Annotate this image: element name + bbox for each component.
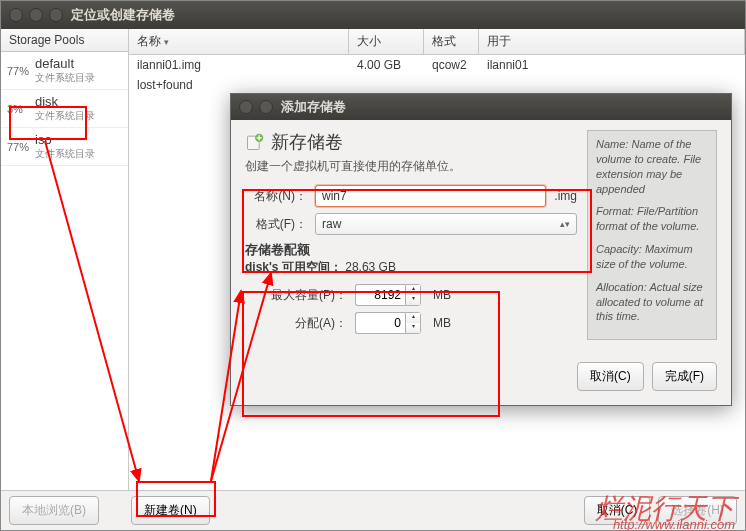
add-volume-dialog: 添加存储卷 新存储卷 创建一个虚拟机可直接使用的存储单位。 名称(N)： .im… [230, 93, 732, 406]
sort-icon: ▾ [164, 37, 169, 47]
pool-pct: 77% [7, 65, 31, 77]
close-window-icon[interactable] [9, 8, 23, 22]
cell-size [349, 75, 424, 95]
main-cancel-button[interactable]: 取消(C) [584, 496, 651, 525]
new-volume-button[interactable]: 新建卷(N) [131, 496, 210, 525]
pool-pct: 3% [7, 103, 31, 115]
dialog-heading: 新存储卷 [271, 130, 343, 154]
pool-name: default [35, 56, 95, 71]
chevron-updown-icon: ▴▾ [560, 219, 570, 229]
pool-list: 77% default 文件系统目录 3% disk 文件系统目录 77% is… [1, 52, 128, 490]
spin-up-icon[interactable]: ▴ [406, 313, 420, 323]
help-capacity: Capacity: Maximum size of the volume. [596, 242, 708, 272]
cell-used: ilanni01 [479, 55, 745, 75]
dialog-window-controls [239, 100, 273, 114]
cell-name: ilanni01.img [129, 55, 349, 75]
pool-item-default[interactable]: 77% default 文件系统目录 [1, 52, 128, 90]
spin-down-icon[interactable]: ▾ [406, 295, 420, 305]
bottom-toolbar: 本地浏览(B) 新建卷(N) 取消(C) 选择卷(H) [1, 490, 745, 530]
dialog-finish-button[interactable]: 完成(F) [652, 362, 717, 391]
pool-name: iso [35, 132, 95, 147]
format-label: 格式(F)： [245, 216, 307, 233]
help-name: Name: Name of the volume to create. File… [596, 137, 708, 196]
pool-item-iso[interactable]: 77% iso 文件系统目录 [1, 128, 128, 166]
table-row[interactable]: lost+found [129, 75, 745, 95]
cell-fmt: qcow2 [424, 55, 479, 75]
pool-sub: 文件系统目录 [35, 147, 95, 161]
th-format[interactable]: 格式 [424, 29, 479, 54]
available-space: disk's 可用空间： 28.63 GB [245, 259, 577, 276]
help-panel: Name: Name of the volume to create. File… [587, 130, 717, 340]
allocation-spinner[interactable]: ▴▾ [355, 312, 421, 334]
allocation-input[interactable] [355, 312, 405, 334]
help-allocation: Allocation: Actual size allocated to vol… [596, 280, 708, 325]
format-value: raw [322, 217, 341, 231]
dialog-form: 新存储卷 创建一个虚拟机可直接使用的存储单位。 名称(N)： .img 格式(F… [245, 130, 577, 340]
dialog-cancel-button[interactable]: 取消(C) [577, 362, 644, 391]
browse-local-button[interactable]: 本地浏览(B) [9, 496, 99, 525]
new-volume-icon [245, 132, 265, 152]
th-name[interactable]: 名称 ▾ [129, 29, 349, 54]
maximize-window-icon[interactable] [49, 8, 63, 22]
cell-name: lost+found [129, 75, 349, 95]
minimize-dialog-icon[interactable] [259, 100, 273, 114]
spin-up-icon[interactable]: ▴ [406, 285, 420, 295]
pool-name: disk [35, 94, 95, 109]
spin-down-icon[interactable]: ▾ [406, 323, 420, 333]
window-controls [9, 8, 63, 22]
dialog-titlebar: 添加存储卷 [231, 94, 731, 120]
dialog-title: 添加存储卷 [281, 98, 346, 116]
dialog-description: 创建一个虚拟机可直接使用的存储单位。 [245, 158, 577, 175]
table-header-row: 名称 ▾ 大小 格式 用于 [129, 29, 745, 55]
pool-sub: 文件系统目录 [35, 71, 95, 85]
quota-heading: 存储卷配额 [245, 241, 577, 259]
max-capacity-label: 最大容量(P)： [257, 287, 347, 304]
allocation-label: 分配(A)： [257, 315, 347, 332]
cell-fmt [424, 75, 479, 95]
close-dialog-icon[interactable] [239, 100, 253, 114]
window-title: 定位或创建存储卷 [71, 6, 175, 24]
table-row[interactable]: ilanni01.img 4.00 GB qcow2 ilanni01 [129, 55, 745, 75]
pool-sub: 文件系统目录 [35, 109, 95, 123]
pool-item-disk[interactable]: 3% disk 文件系统目录 [1, 90, 128, 128]
name-label: 名称(N)： [245, 188, 307, 205]
storage-pools-sidebar: Storage Pools 77% default 文件系统目录 3% disk… [1, 29, 129, 490]
unit-label: MB [433, 316, 451, 330]
max-capacity-input[interactable] [355, 284, 405, 306]
th-used[interactable]: 用于 [479, 29, 745, 54]
th-size[interactable]: 大小 [349, 29, 424, 54]
sidebar-header: Storage Pools [1, 29, 128, 52]
name-input[interactable] [315, 185, 546, 207]
cell-used [479, 75, 745, 95]
unit-label: MB [433, 288, 451, 302]
max-capacity-spinner[interactable]: ▴▾ [355, 284, 421, 306]
cell-size: 4.00 GB [349, 55, 424, 75]
minimize-window-icon[interactable] [29, 8, 43, 22]
main-titlebar: 定位或创建存储卷 [1, 1, 745, 29]
format-select[interactable]: raw ▴▾ [315, 213, 577, 235]
choose-volume-button[interactable]: 选择卷(H) [658, 496, 737, 525]
dialog-footer: 取消(C) 完成(F) [231, 354, 731, 405]
help-format: Format: File/Partition format of the vol… [596, 204, 708, 234]
pool-pct: 77% [7, 141, 31, 153]
name-suffix: .img [554, 189, 577, 203]
